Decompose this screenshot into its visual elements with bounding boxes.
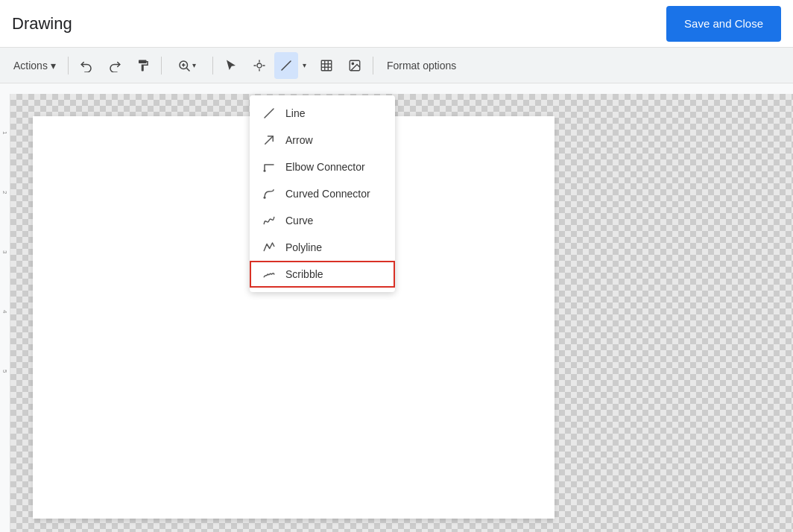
svg-point-16 [264,197,266,199]
ruler-left-2: 2 [1,191,8,194]
elbow-connector-item-label: Elbow Connector [285,161,365,173]
svg-rect-6 [321,60,332,71]
separator-2 [161,57,162,75]
dropdown-chevron-icon: ▾ [303,61,306,69]
redo-button[interactable] [101,52,128,79]
svg-line-1 [187,68,190,71]
undo-button[interactable] [73,52,100,79]
ruler-left: 1 2 3 4 5 [0,94,10,532]
dropdown-item-curve[interactable]: Curve [250,207,395,234]
shapes-button[interactable] [246,52,273,79]
curved-connector-item-icon [262,186,277,201]
paint-format-icon [136,59,150,72]
actions-label: Actions [13,60,48,72]
line-tool-button[interactable] [274,52,298,79]
svg-point-12 [352,63,353,64]
ruler-left-5: 5 [1,370,8,373]
separator-3 [212,57,213,75]
dropdown-item-polyline[interactable]: Polyline [250,234,395,261]
app-title: Drawing [12,14,72,34]
curved-connector-item-label: Curved Connector [285,188,370,200]
line-dropdown-menu: Line Arrow Elbow Connector Curve [250,95,395,292]
line-item-label: Line [285,107,305,119]
arrow-item-label: Arrow [285,134,313,146]
line-icon [279,59,293,72]
actions-chevron-icon: ▾ [51,60,56,72]
table-icon [320,59,333,72]
undo-icon [80,59,93,72]
dropdown-item-scribble[interactable]: Scribble [250,261,395,288]
svg-point-4 [257,63,262,68]
dropdown-item-elbow-connector[interactable]: Elbow Connector [250,153,395,180]
save-close-button[interactable]: Save and Close [666,6,781,42]
canvas-wrapper: 1 2 3 4 5 6 7 8 9 1 2 3 4 5 [0,83,793,532]
dropdown-item-curved-connector[interactable]: Curved Connector [250,180,395,207]
format-options-button[interactable]: Format options [378,52,465,79]
dropdown-item-line[interactable]: Line [250,100,395,127]
elbow-connector-item-icon [262,159,277,174]
line-dropdown-arrow-button[interactable]: ▾ [298,52,312,79]
svg-line-14 [265,136,274,145]
image-icon [348,59,361,72]
header: Drawing Save and Close [0,0,793,48]
curve-item-icon [262,213,277,228]
ruler-left-1: 1 [1,131,8,134]
canvas-background [10,94,793,532]
image-button[interactable] [341,52,368,79]
ruler-left-3: 3 [1,250,8,253]
line-tool-group: ▾ [274,52,312,79]
scribble-item-icon [262,267,277,282]
svg-line-5 [282,61,291,70]
zoom-arrow-icon: ▾ [192,61,196,69]
curve-item-label: Curve [285,215,313,227]
table-button[interactable] [313,52,340,79]
arrow-item-icon [262,133,277,148]
separator-4 [373,57,373,75]
polyline-item-label: Polyline [285,241,322,253]
toolbar: Actions ▾ ▾ [0,48,793,83]
scribble-item-label: Scribble [285,268,323,280]
polyline-item-icon [262,240,277,255]
cursor-icon [224,59,238,72]
separator-1 [68,57,69,75]
svg-line-13 [265,109,274,118]
dropdown-item-arrow[interactable]: Arrow [250,127,395,153]
zoom-button[interactable]: ▾ [166,52,208,79]
redo-icon [108,59,121,72]
paint-format-button[interactable] [130,52,157,79]
svg-point-15 [264,170,266,172]
actions-button[interactable]: Actions ▾ [6,52,63,79]
ruler-left-4: 4 [1,310,8,313]
line-item-icon [262,106,277,121]
select-button[interactable] [218,52,244,79]
shapes-icon [253,59,266,72]
zoom-icon [177,59,191,72]
